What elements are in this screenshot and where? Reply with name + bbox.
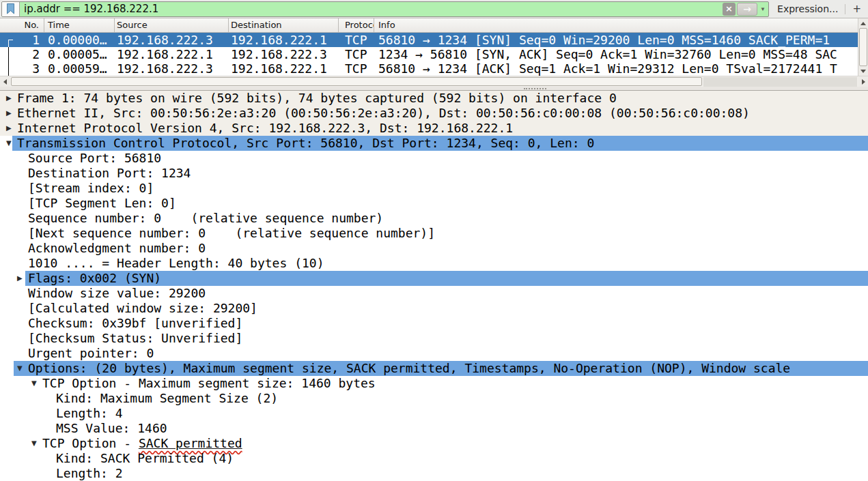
- scroll-up-button[interactable]: [858, 18, 868, 28]
- detail-row[interactable]: Source Port: 56810: [0, 151, 868, 166]
- packet-list-vscrollbar[interactable]: [858, 18, 868, 76]
- expander-expanded-icon[interactable]: ▼: [31, 436, 37, 451]
- detail-text: Frame 1: 74 bytes on wire (592 bits), 74…: [17, 91, 617, 106]
- packet-row[interactable]: 20.00005…192.168.222.1192.168.222.3TCP12…: [0, 47, 858, 61]
- detail-row-selected[interactable]: ▼Transmission Control Protocol, Src Port…: [0, 136, 868, 151]
- detail-row[interactable]: Length: 4: [0, 406, 868, 421]
- conversation-bracket-icon: [8, 47, 9, 61]
- expression-button[interactable]: Expression...: [777, 3, 838, 14]
- detail-text: [TCP Segment Len: 0]: [28, 196, 176, 211]
- packet-list-header: No. Time Source Destination Protocol Inf…: [0, 18, 858, 33]
- detail-text: Checksum: 0x39bf [unverified]: [28, 316, 242, 331]
- cell-info: 56810 → 1234 [SYN] Seq=0 Win=29200 Len=0…: [374, 33, 858, 47]
- detail-row[interactable]: Destination Port: 1234: [0, 166, 868, 181]
- detail-text: [Next sequence number: 0 (relative seque…: [28, 226, 435, 241]
- detail-text: Window size value: 29200: [28, 286, 206, 301]
- detail-row[interactable]: MSS Value: 1460: [0, 421, 868, 436]
- detail-row-selected[interactable]: ▶Flags: 0x002 (SYN): [0, 271, 868, 286]
- detail-row[interactable]: ▶Frame 1: 74 bytes on wire (592 bits), 7…: [0, 91, 868, 106]
- vscroll-thumb[interactable]: [859, 28, 867, 66]
- cell-time: 0.00005…: [44, 47, 115, 61]
- packet-list-pane: 10.00000…192.168.222.3192.168.222.1TCP56…: [0, 33, 858, 76]
- detail-row-selected[interactable]: ▼Options: (20 bytes), Maximum segment si…: [0, 361, 868, 376]
- hscroll-thumb[interactable]: [11, 77, 702, 86]
- expander-expanded-icon[interactable]: ▼: [17, 361, 23, 376]
- expander-collapsed-icon[interactable]: ▶: [6, 91, 12, 106]
- conversation-bracket-icon: [8, 40, 13, 47]
- detail-row[interactable]: [Checksum Status: Unverified]: [0, 331, 868, 346]
- cell-protocol: TCP: [339, 33, 374, 47]
- column-header-destination[interactable]: Destination: [229, 18, 339, 32]
- down-arrow-icon: [860, 70, 866, 73]
- detail-text: Sequence number: 0 (relative sequence nu…: [28, 211, 383, 226]
- clear-filter-button[interactable]: ×: [723, 3, 736, 16]
- detail-row[interactable]: Urgent pointer: 0: [0, 346, 868, 361]
- display-filter-field: × → ▼: [1, 1, 769, 17]
- column-header-protocol[interactable]: Protocol: [339, 18, 374, 32]
- expander-collapsed-icon[interactable]: ▶: [6, 106, 12, 121]
- apply-filter-button[interactable]: →: [737, 3, 757, 16]
- column-header-no[interactable]: No.: [0, 18, 44, 32]
- expander-collapsed-icon[interactable]: ▶: [17, 271, 23, 286]
- add-filter-button[interactable]: +: [852, 3, 861, 15]
- filter-bookmark-button[interactable]: [2, 2, 20, 16]
- detail-row[interactable]: Window size value: 29200: [0, 286, 868, 301]
- cell-info: 1234 → 56810 [SYN, ACK] Seq=0 Ack=1 Win=…: [374, 47, 858, 61]
- detail-text: Length: 2: [56, 466, 123, 481]
- left-arrow-icon: [3, 79, 7, 85]
- detail-row[interactable]: Length: 2: [0, 466, 868, 481]
- toolbar-separator: [845, 4, 845, 14]
- column-header-info[interactable]: Info: [374, 18, 858, 32]
- detail-row[interactable]: [TCP Segment Len: 0]: [0, 196, 868, 211]
- detail-text: Transmission Control Protocol, Src Port:…: [17, 136, 594, 151]
- detail-text: TCP Option -: [42, 436, 139, 451]
- expander-expanded-icon[interactable]: ▼: [31, 376, 37, 391]
- cell-destination: 192.168.222.1: [229, 61, 339, 76]
- bookmark-icon: [6, 3, 15, 14]
- filter-history-dropdown[interactable]: ▼: [757, 3, 768, 16]
- hscroll-track[interactable]: [703, 77, 857, 87]
- packet-details-pane: ▶Frame 1: 74 bytes on wire (592 bits), 7…: [0, 91, 868, 481]
- detail-row[interactable]: Acknowledgment number: 0: [0, 241, 868, 256]
- expander-expanded-icon[interactable]: ▼: [6, 136, 12, 151]
- packet-list-hscrollbar[interactable]: [0, 76, 868, 87]
- detail-text: Urgent pointer: 0: [28, 346, 154, 361]
- detail-text: Source Port: 56810: [28, 151, 161, 166]
- packet-row[interactable]: 10.00000…192.168.222.3192.168.222.1TCP56…: [0, 33, 858, 47]
- expander-collapsed-icon[interactable]: ▶: [6, 121, 12, 136]
- sack-permitted-link-text: SACK permitted: [139, 436, 242, 450]
- detail-row[interactable]: Sequence number: 0 (relative sequence nu…: [0, 211, 868, 226]
- filter-input[interactable]: [20, 2, 721, 16]
- cell-source: 192.168.222.1: [115, 47, 229, 61]
- detail-row[interactable]: Kind: SACK Permitted (4): [0, 451, 868, 466]
- up-arrow-icon: [860, 22, 866, 25]
- detail-text: Flags: 0x002 (SYN): [28, 271, 161, 286]
- detail-text: Destination Port: 1234: [28, 166, 191, 181]
- detail-text: [Stream index: 0]: [28, 181, 154, 196]
- scroll-left-button[interactable]: [0, 77, 10, 87]
- detail-text: 1010 .... = Header Length: 40 bytes (10): [28, 256, 324, 271]
- detail-row[interactable]: ▶Ethernet II, Src: 00:50:56:2e:a3:20 (00…: [0, 106, 868, 121]
- column-header-time[interactable]: Time: [44, 18, 115, 32]
- detail-text: Ethernet II, Src: 00:50:56:2e:a3:20 (00:…: [17, 106, 750, 121]
- detail-row[interactable]: Checksum: 0x39bf [unverified]: [0, 316, 868, 331]
- scroll-down-button[interactable]: [858, 66, 868, 76]
- column-header-source[interactable]: Source: [115, 18, 229, 32]
- detail-row[interactable]: [Stream index: 0]: [0, 181, 868, 196]
- detail-row[interactable]: ▶Internet Protocol Version 4, Src: 192.1…: [0, 121, 868, 136]
- sack-permitted-link[interactable]: SACK permitted: [139, 436, 242, 450]
- detail-row[interactable]: [Calculated window size: 29200]: [0, 301, 868, 316]
- detail-row[interactable]: Kind: Maximum Segment Size (2): [0, 391, 868, 406]
- detail-row[interactable]: 1010 .... = Header Length: 40 bytes (10): [0, 256, 868, 271]
- packet-row[interactable]: 30.00059…192.168.222.3192.168.222.1TCP56…: [0, 61, 858, 76]
- detail-row[interactable]: ▼TCP Option - Maximum segment size: 1460…: [0, 376, 868, 391]
- detail-row[interactable]: [Next sequence number: 0 (relative seque…: [0, 226, 868, 241]
- detail-text: MSS Value: 1460: [56, 421, 167, 436]
- detail-row[interactable]: ▼TCP Option - SACK permitted: [0, 436, 868, 451]
- cell-no: 3: [0, 61, 44, 76]
- scroll-right-button[interactable]: [858, 77, 868, 87]
- detail-text: Internet Protocol Version 4, Src: 192.16…: [17, 121, 513, 136]
- cell-info: 56810 → 1234 [ACK] Seq=1 Ack=1 Win=29312…: [374, 61, 858, 76]
- cell-protocol: TCP: [339, 47, 374, 61]
- cell-source: 192.168.222.3: [115, 33, 229, 47]
